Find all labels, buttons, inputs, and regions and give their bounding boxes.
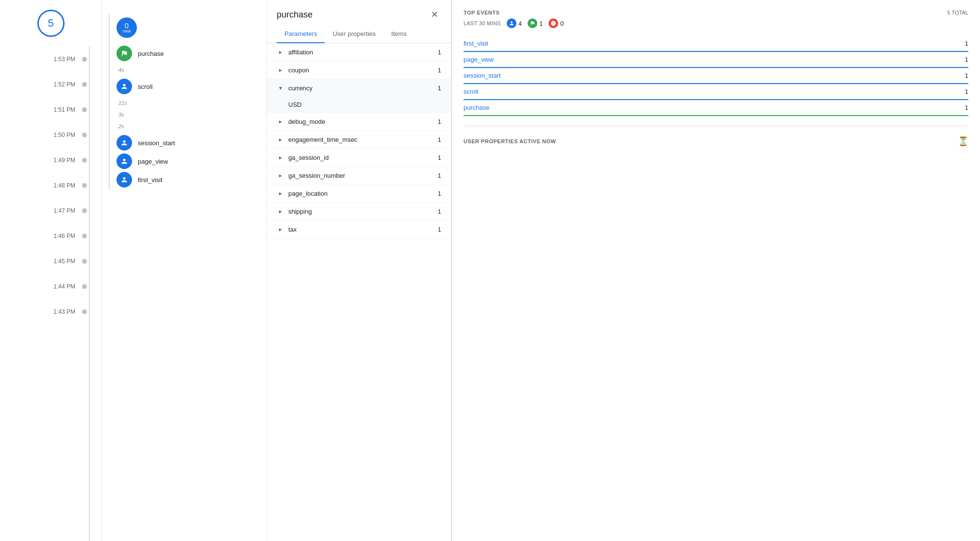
param-expanded-currency: USD [267, 97, 451, 113]
param-name: engagement_time_msec [288, 136, 438, 143]
event-link-page-view[interactable]: page_view [464, 56, 494, 63]
param-row-debug-mode[interactable]: ► debug_mode 1 [267, 113, 451, 131]
close-button[interactable]: ✕ [428, 8, 441, 21]
session-counter: 5 [37, 10, 65, 37]
param-count: 1 [438, 85, 441, 92]
detail-tabs: Parameters User properties Items [267, 25, 451, 43]
time-dot [82, 234, 87, 238]
param-row-tax[interactable]: ► tax 1 [267, 220, 451, 238]
time-row: 1:45 PM [53, 249, 87, 274]
param-row-coupon[interactable]: ► coupon 1 [267, 61, 451, 79]
tab-user-properties[interactable]: User properties [325, 25, 383, 43]
param-count: 1 [438, 226, 441, 233]
param-name: affiliation [288, 49, 438, 56]
right-panel: TOP EVENTS 5 TOTAL LAST 30 MINS 4 1 [451, 0, 980, 541]
gap-row: 2s [116, 120, 266, 132]
detail-panel: purchase ✕ Parameters User properties It… [267, 0, 451, 541]
event-icon-purchase [116, 46, 132, 61]
event-link-first-visit[interactable]: first_visit [464, 40, 488, 47]
chevron-right-icon: ► [277, 207, 284, 215]
param-name: coupon [288, 67, 438, 74]
last-30-mins-row: LAST 30 MINS 4 1 0 [464, 18, 968, 28]
time-label: 1:44 PM [53, 283, 75, 290]
param-row-currency[interactable]: ▼ currency 1 [267, 79, 451, 97]
top-events-label: TOP EVENTS [464, 10, 499, 16]
events-section: 0 new 1:54:30 PM purchase 4s 1 [102, 15, 266, 190]
tab-parameters[interactable]: Parameters [277, 25, 325, 43]
event-name-purchase: purchase [138, 50, 164, 57]
event-name-scroll: scroll [138, 83, 152, 90]
gap-row: 3s [116, 109, 266, 120]
event-row[interactable]: 1:54:11 PM first_visit [116, 172, 266, 187]
minute-timeline: 1:53 PM 1:52 PM 1:51 PM 1:50 PM 1:49 PM … [0, 47, 101, 541]
event-row[interactable]: 1:54:30 PM purchase [116, 46, 266, 61]
time-dot [82, 82, 87, 87]
param-value-currency: USD [288, 101, 301, 108]
time-row: 1:50 PM [53, 122, 87, 148]
orange-count: 0 [548, 18, 564, 28]
param-row-page-location[interactable]: ► page_location 1 [267, 185, 451, 203]
top-events-list: first_visit 1 page_view 1 session_start … [464, 36, 968, 116]
event-link-scroll[interactable]: scroll [464, 88, 478, 95]
time-label: 1:48 PM [53, 182, 75, 189]
param-name: shipping [288, 208, 438, 215]
param-name: page_location [288, 190, 438, 197]
time-dot [82, 57, 87, 62]
time-dot [82, 158, 87, 163]
param-count: 1 [438, 190, 441, 197]
new-badge: 0 new [116, 17, 137, 38]
event-count-first-visit: 1 [965, 40, 968, 47]
param-count: 1 [438, 49, 441, 56]
event-name-page-view: page_view [138, 158, 168, 165]
divider [464, 126, 968, 126]
chevron-right-icon: ► [277, 48, 284, 56]
time-label: 1:45 PM [53, 258, 75, 265]
time-dot [82, 309, 87, 314]
time-label: 1:51 PM [53, 106, 75, 113]
event-list-panel: 0 new 1:54:30 PM purchase 4s 1 [102, 0, 267, 541]
param-name: currency [288, 85, 438, 92]
chevron-right-icon: ► [277, 66, 284, 74]
top-events-header: TOP EVENTS 5 TOTAL [464, 10, 968, 16]
chevron-right-icon: ► [277, 225, 284, 233]
param-row-shipping[interactable]: ► shipping 1 [267, 203, 451, 220]
param-row-engagement-time[interactable]: ► engagement_time_msec 1 [267, 131, 451, 149]
time-label: 1:43 PM [53, 308, 75, 315]
event-row[interactable]: 1:54:18 PM scroll [116, 79, 266, 94]
time-dot [82, 259, 87, 264]
event-link-session-start[interactable]: session_start [464, 72, 501, 79]
event-count-session-start: 1 [965, 72, 968, 79]
param-count: 1 [438, 118, 441, 125]
blue-count: 4 [507, 18, 522, 28]
tab-items[interactable]: Items [383, 25, 415, 43]
event-link-purchase[interactable]: purchase [464, 104, 489, 111]
param-name: ga_session_number [288, 172, 438, 179]
event-name-session-start: session_start [138, 139, 175, 147]
param-row-ga-session-number[interactable]: ► ga_session_number 1 [267, 167, 451, 185]
history-icon[interactable]: ⏳ [958, 136, 968, 147]
time-row: 1:47 PM [53, 198, 87, 223]
event-row[interactable]: 1:54:12 PM session_start [116, 135, 266, 151]
param-row-ga-session-id[interactable]: ► ga_session_id 1 [267, 149, 451, 167]
total-count-label: 5 TOTAL [947, 10, 968, 16]
last-30-label: LAST 30 MINS [464, 20, 501, 26]
user-props-label: USER PROPERTIES ACTIVE NOW [464, 138, 556, 144]
top-event-session-start: session_start 1 [464, 68, 968, 84]
detail-title: purchase [277, 10, 313, 20]
time-dot [82, 183, 87, 188]
chevron-down-icon: ▼ [277, 84, 284, 92]
param-name: ga_session_id [288, 154, 438, 161]
time-row: 1:52 PM [53, 72, 87, 97]
param-name: debug_mode [288, 118, 438, 125]
gap-row: 4s [116, 64, 266, 76]
time-label: 1:52 PM [53, 81, 75, 88]
user-props-header: USER PROPERTIES ACTIVE NOW ⏳ [464, 136, 968, 147]
top-event-purchase: purchase 1 [464, 100, 968, 116]
event-count-purchase: 1 [965, 104, 968, 111]
detail-header: purchase ✕ [267, 0, 451, 21]
param-row-affiliation[interactable]: ► affiliation 1 [267, 43, 451, 61]
new-events-badge: 0 new [116, 17, 266, 38]
gap-row: 11s [116, 97, 266, 109]
event-row[interactable]: page_view [116, 153, 266, 169]
orange-dot-icon [548, 18, 558, 28]
